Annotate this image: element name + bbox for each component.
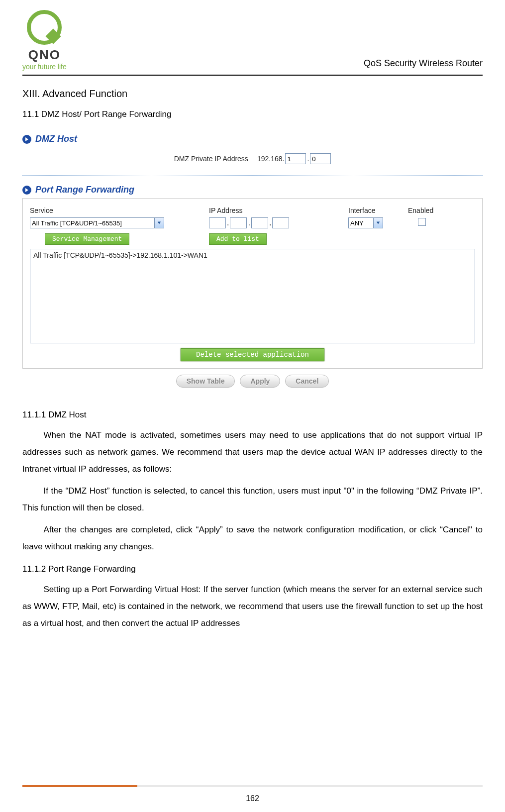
service-select[interactable] [30,217,164,228]
product-name: QoS Security Wireless Router [364,58,483,71]
paragraph: Setting up a Port Forwarding Virtual Hos… [22,581,483,632]
body-text: 11.1.1 DMZ Host When the NAT mode is act… [22,410,483,632]
col-interface: Interface [348,206,408,214]
service-management-button[interactable]: Service Management [45,233,129,245]
dmz-panel-header: DMZ Host [22,131,483,147]
col-ip: IP Address [209,206,348,214]
paragraph: If the “DMZ Host” function is selected, … [22,483,483,516]
prf-box: Service IP Address Interface Enabled [22,198,483,369]
ip-address-input: . . . [209,217,348,228]
show-table-button[interactable]: Show Table [176,375,235,388]
col-enabled: Enabled [408,206,448,214]
action-buttons: Show Table Apply Cancel [22,369,483,388]
footer-rule [22,785,483,787]
forwarding-listbox[interactable]: All Traffic [TCP&UDP/1~65535]->192.168.1… [30,249,475,343]
ip-octet1[interactable] [209,217,226,228]
prf-panel-header: Port Range Forwarding [22,182,483,198]
arrow-right-circle-icon [22,135,31,144]
prf-input-row: . . . [30,217,475,231]
logo: QNO your future life [22,10,67,71]
add-to-list-button[interactable]: Add to list [209,233,267,245]
dmz-ip-prefix: 192.168. [257,155,285,163]
paragraph: After the changes are completed, click “… [22,521,483,555]
enabled-checkbox[interactable] [418,218,426,226]
prf-column-headers: Service IP Address Interface Enabled [30,203,475,217]
svg-marker-1 [25,188,28,192]
section-subtitle: 11.1 DMZ Host/ Port Range Forwarding [22,109,483,119]
list-item[interactable]: All Traffic [TCP&UDP/1~65535]->192.168.1… [33,251,472,259]
ui-screenshot: DMZ Host DMZ Private IP Address 192.168.… [22,127,483,395]
section-title: XIII. Advanced Function [22,88,483,100]
prf-panel-title: Port Range Forwarding [35,185,134,195]
ip-octet2[interactable] [230,217,247,228]
page-header: QNO your future life QoS Security Wirele… [22,10,483,76]
col-service: Service [30,206,209,214]
interface-select[interactable] [348,217,383,228]
divider [22,175,483,176]
dmz-ip-label: DMZ Private IP Address [174,155,248,163]
heading-1112: 11.1.2 Port Range Forwarding [22,564,483,574]
page-number: 162 [0,794,505,803]
logo-brand-text: QNO [28,47,61,63]
dmz-ip-octet3-input[interactable] [285,153,306,164]
qno-logo-mark [27,10,62,45]
cancel-button[interactable]: Cancel [285,375,329,388]
dmz-ip-octet4-input[interactable] [310,153,331,164]
dmz-ip-row: DMZ Private IP Address 192.168. . [22,147,483,173]
apply-button[interactable]: Apply [240,375,280,388]
svg-marker-0 [25,137,28,141]
paragraph: When the NAT mode is activated, sometime… [22,427,483,478]
logo-tagline: your future life [22,63,67,71]
prf-button-row: Service Management Add to list [30,231,475,249]
delete-selected-button[interactable]: Delete selected application [181,348,324,361]
ip-octet4[interactable] [272,217,289,228]
arrow-right-circle-icon [22,186,31,195]
heading-1111: 11.1.1 DMZ Host [22,410,483,420]
ip-octet3[interactable] [251,217,268,228]
dmz-panel-title: DMZ Host [35,134,77,144]
